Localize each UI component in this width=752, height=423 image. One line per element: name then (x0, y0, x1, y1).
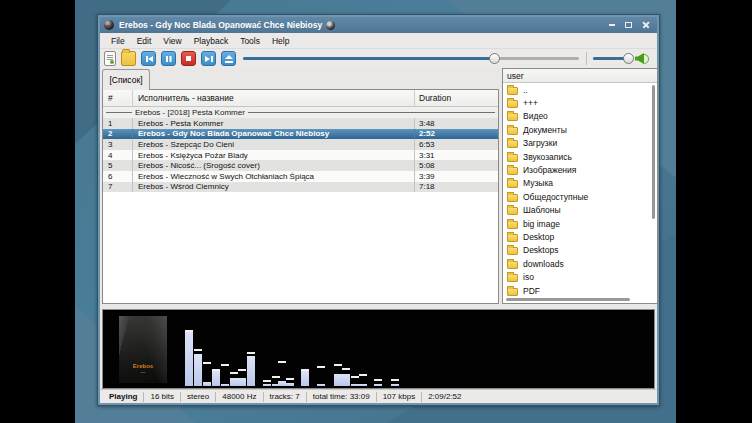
spectrum-bar (263, 384, 271, 386)
previous-button[interactable] (141, 51, 156, 66)
open-folder-icon (122, 52, 135, 65)
speaker-icon[interactable] (635, 52, 650, 65)
track-title: Erebos - Wieczność w Swych Otchłaniach Ś… (133, 171, 415, 182)
menu-item-tools[interactable]: Tools (234, 34, 266, 48)
album-group-header[interactable]: Erebos - [2018] Pesta Kommer (103, 107, 498, 118)
next-button[interactable] (201, 51, 216, 66)
folder-label: +++ (523, 98, 538, 108)
track-row[interactable]: 2Erebos - Gdy Noc Blada Opanować Chce Ni… (103, 129, 498, 140)
folder-item[interactable]: .. (503, 83, 657, 96)
folder-item[interactable]: Общедоступные (503, 190, 657, 203)
spectrum-peak (351, 376, 359, 378)
folder-item[interactable]: downloads (503, 257, 657, 270)
track-duration: 7:18 (415, 182, 498, 191)
folder-icon (507, 221, 518, 229)
playlist-column-header: # Исполнитель - название Duration (103, 90, 498, 107)
folder-item[interactable]: Видео (503, 110, 657, 123)
folder-item[interactable]: iso (503, 270, 657, 283)
vertical-scrollbar[interactable] (651, 85, 656, 295)
folder-item[interactable]: +++ (503, 96, 657, 109)
seek-slider[interactable] (243, 51, 579, 66)
folder-icon (507, 288, 518, 296)
column-header-number[interactable]: # (103, 90, 133, 106)
minimize-button[interactable] (604, 19, 619, 31)
spectrum-bar (286, 383, 294, 386)
spectrum-bar (351, 384, 359, 386)
folder-item[interactable]: Звукозапись (503, 150, 657, 163)
file-browser-header[interactable]: user (503, 69, 657, 83)
spectrum-bar (359, 384, 367, 386)
horizontal-scrollbar[interactable] (506, 298, 647, 301)
menu-item-help[interactable]: Help (266, 34, 295, 48)
track-row[interactable]: 6Erebos - Wieczność w Swych Otchłaniach … (103, 171, 498, 182)
track-row[interactable]: 5Erebos - Nicość... (Srogość cover)5:08 (103, 160, 498, 171)
folder-item[interactable]: Desktop (503, 230, 657, 243)
horizontal-scrollbar-thumb[interactable] (506, 298, 630, 301)
track-duration: 6:53 (415, 140, 498, 149)
pause-button[interactable] (161, 51, 176, 66)
track-row[interactable]: 1Erebos - Pesta Kommer3:48 (103, 118, 498, 129)
spectrum-analyzer (103, 310, 654, 388)
menu-item-edit[interactable]: Edit (131, 34, 158, 48)
spectrum-peak (247, 352, 255, 354)
spectrum-bar (374, 384, 382, 386)
folder-item[interactable]: Документы (503, 123, 657, 136)
folder-label: .. (523, 85, 528, 95)
volume-handle[interactable] (623, 53, 634, 64)
track-title: Erebos - Księżyca Pożar Blady (133, 150, 415, 161)
maximize-button[interactable] (621, 19, 636, 31)
playlist-tab[interactable]: [Список] (102, 69, 150, 90)
track-row[interactable]: 3Erebos - Szepcąc Do Cieni6:53 (103, 139, 498, 150)
stop-button[interactable] (181, 51, 196, 66)
file-browser-panel: user ..+++ВидеоДокументыЗагрузкиЗвукозап… (502, 68, 658, 304)
menu-item-playback[interactable]: Playback (188, 34, 235, 48)
track-row[interactable]: 4Erebos - Księżyca Pożar Blady3:31 (103, 150, 498, 161)
folder-item[interactable]: Desktops (503, 244, 657, 257)
volume-slider[interactable] (593, 51, 631, 66)
folder-label: Шаблоны (523, 205, 561, 215)
folder-label: Desktop (523, 232, 554, 242)
folder-item[interactable]: Изображения (503, 163, 657, 176)
column-header-artist-title[interactable]: Исполнитель - название (133, 90, 415, 106)
spectrum-peak (342, 368, 350, 370)
folder-icon (507, 247, 518, 255)
folder-item[interactable]: Музыка (503, 177, 657, 190)
track-duration: 3:39 (415, 172, 498, 181)
folder-item[interactable]: Загрузки (503, 137, 657, 150)
folder-label: Видео (523, 111, 548, 121)
window-title: Erebos - Gdy Noc Blada Opanować Chce Nie… (119, 20, 322, 30)
spectrum-bar (212, 371, 220, 386)
folder-icon (507, 87, 518, 95)
folder-item[interactable]: Шаблоны (503, 204, 657, 217)
folder-icon (507, 180, 518, 188)
folder-item[interactable]: big image (503, 217, 657, 230)
menu-item-view[interactable]: View (157, 34, 187, 48)
seek-handle[interactable] (489, 53, 500, 64)
menu-bar: FileEditViewPlaybackToolsHelp (100, 33, 657, 49)
minimize-icon (609, 24, 615, 26)
spectrum-bar (230, 378, 238, 386)
title-bar[interactable]: Erebos - Gdy Noc Blada Opanować Chce Nie… (100, 17, 657, 33)
column-header-duration[interactable]: Duration (415, 90, 498, 106)
close-button[interactable] (638, 19, 653, 31)
status-segment: total time: 33:09 (307, 392, 377, 402)
folder-icon (507, 154, 518, 162)
eject-button[interactable] (221, 51, 236, 66)
status-segment: stereo (181, 392, 216, 402)
spectrum-bar (278, 381, 286, 386)
stop-icon (182, 52, 195, 65)
folder-item[interactable]: PDF (503, 284, 657, 297)
spectrum-peak (263, 380, 271, 382)
track-row[interactable]: 7Erebos - Wśród Ciemnicy7:18 (103, 182, 498, 193)
spectrum-peak (238, 369, 246, 371)
open-folder-button[interactable] (121, 51, 136, 66)
window-content: Erebos - Gdy Noc Blada Opanować Chce Nie… (100, 17, 657, 403)
spectrum-peak (203, 362, 211, 364)
vertical-scrollbar-thumb[interactable] (652, 85, 655, 219)
folder-label: Desktops (523, 245, 558, 255)
playlist-panel: # Исполнитель - название Duration Erebos… (102, 89, 499, 304)
add-file-button[interactable] (104, 51, 116, 66)
visualization-area[interactable]: Erebos ▪▪▪ (102, 309, 655, 389)
menu-item-file[interactable]: File (105, 34, 131, 48)
folder-icon (507, 234, 518, 242)
